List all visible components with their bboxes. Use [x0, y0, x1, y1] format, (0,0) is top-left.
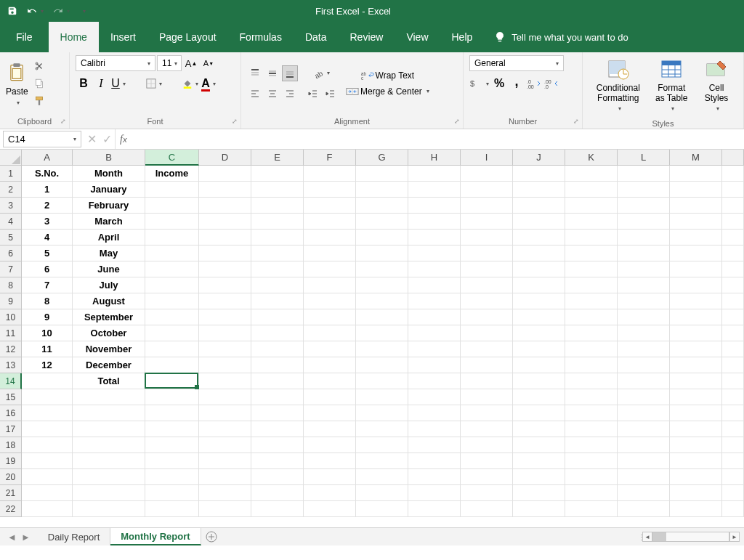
cell[interactable]	[565, 166, 618, 182]
cell[interactable]	[461, 293, 513, 309]
cell[interactable]	[199, 421, 251, 437]
cell[interactable]	[670, 293, 722, 309]
name-box[interactable]: C14▾	[3, 131, 81, 147]
cell[interactable]	[565, 293, 618, 309]
cell[interactable]	[618, 277, 670, 293]
cell[interactable]	[304, 421, 356, 437]
cell[interactable]	[565, 453, 618, 469]
cell[interactable]	[565, 389, 618, 405]
cell[interactable]	[408, 325, 461, 341]
cell[interactable]: 9	[22, 309, 73, 325]
cell[interactable]: December	[73, 357, 145, 373]
cell[interactable]: 5	[22, 245, 73, 261]
cell[interactable]	[461, 166, 513, 182]
row-header[interactable]: 18	[0, 437, 21, 453]
cell[interactable]	[356, 277, 408, 293]
cell[interactable]	[461, 501, 513, 517]
cell[interactable]	[356, 198, 408, 214]
cell[interactable]	[565, 214, 618, 230]
cell[interactable]	[618, 245, 670, 261]
cell[interactable]: September	[73, 309, 145, 325]
font-name-combo[interactable]: Calibri▾	[76, 55, 155, 71]
paste-button[interactable]: Paste ▾	[6, 60, 28, 106]
cell[interactable]: March	[73, 214, 145, 230]
column-header[interactable]: A	[22, 150, 73, 165]
cell[interactable]	[145, 230, 199, 245]
new-sheet-button[interactable]	[201, 531, 222, 543]
cell[interactable]	[356, 325, 408, 341]
cell[interactable]	[670, 373, 722, 389]
scroll-right-button[interactable]: ►	[729, 532, 740, 542]
cell[interactable]	[251, 325, 304, 341]
cell[interactable]	[356, 437, 408, 453]
cell[interactable]	[513, 309, 565, 325]
cell[interactable]	[199, 309, 251, 325]
cell[interactable]	[145, 245, 199, 261]
cell[interactable]	[670, 421, 722, 437]
cell[interactable]	[199, 214, 251, 230]
cell[interactable]	[461, 357, 513, 373]
cell[interactable]	[670, 214, 722, 230]
cell[interactable]	[199, 485, 251, 501]
cell[interactable]	[251, 437, 304, 453]
insert-function-button[interactable]: fx	[116, 129, 132, 149]
cell[interactable]	[199, 405, 251, 421]
cell[interactable]	[513, 341, 565, 357]
cell[interactable]	[356, 405, 408, 421]
cell[interactable]	[513, 261, 565, 277]
cell[interactable]	[408, 405, 461, 421]
scroll-thumb[interactable]	[653, 532, 666, 541]
cell[interactable]	[145, 485, 199, 501]
cell[interactable]	[408, 182, 461, 198]
cell[interactable]	[461, 325, 513, 341]
cell[interactable]	[251, 469, 304, 485]
cell[interactable]	[408, 501, 461, 517]
cell[interactable]	[513, 182, 565, 198]
scroll-left-button[interactable]: ◄	[642, 532, 652, 542]
column-header[interactable]: H	[408, 150, 461, 165]
cell[interactable]	[251, 421, 304, 437]
cell[interactable]: 2	[22, 198, 73, 214]
cell[interactable]	[251, 230, 304, 245]
cell[interactable]	[251, 405, 304, 421]
cell[interactable]	[145, 341, 199, 357]
cell[interactable]	[251, 453, 304, 469]
cell[interactable]	[565, 469, 618, 485]
cell[interactable]	[356, 341, 408, 357]
cell[interactable]	[356, 230, 408, 245]
cell[interactable]	[304, 405, 356, 421]
tab-data[interactable]: Data	[294, 22, 339, 52]
cell[interactable]: 6	[22, 261, 73, 277]
cell[interactable]	[22, 373, 73, 389]
cell[interactable]	[513, 166, 565, 182]
cell[interactable]	[304, 230, 356, 245]
cell[interactable]	[670, 485, 722, 501]
cell[interactable]	[565, 485, 618, 501]
cell[interactable]	[304, 214, 356, 230]
cell[interactable]	[513, 469, 565, 485]
row-header[interactable]: 22	[0, 501, 21, 517]
cell[interactable]	[461, 214, 513, 230]
spreadsheet-grid[interactable]: ABCDEFGHIJKLM 12345678910111213141516171…	[0, 150, 744, 527]
cell[interactable]	[618, 485, 670, 501]
cell[interactable]	[356, 182, 408, 198]
cell[interactable]: 11	[22, 341, 73, 357]
dropdown-caret-icon[interactable]: ▾	[41, 8, 44, 15]
cell[interactable]: 10	[22, 325, 73, 341]
cell[interactable]	[670, 469, 722, 485]
cell[interactable]	[199, 166, 251, 182]
row-header[interactable]: 12	[0, 341, 21, 357]
cell[interactable]	[22, 437, 73, 453]
cell[interactable]	[251, 485, 304, 501]
cell[interactable]	[618, 198, 670, 214]
cell[interactable]	[145, 453, 199, 469]
row-header[interactable]: 15	[0, 389, 21, 405]
row-header[interactable]: 6	[0, 245, 21, 261]
cell[interactable]	[73, 405, 145, 421]
cell-styles-button[interactable]: Cell Styles▾	[695, 55, 737, 115]
cell[interactable]	[304, 309, 356, 325]
cell[interactable]	[251, 373, 304, 389]
cell[interactable]	[356, 373, 408, 389]
cell[interactable]	[304, 453, 356, 469]
cell[interactable]	[513, 325, 565, 341]
